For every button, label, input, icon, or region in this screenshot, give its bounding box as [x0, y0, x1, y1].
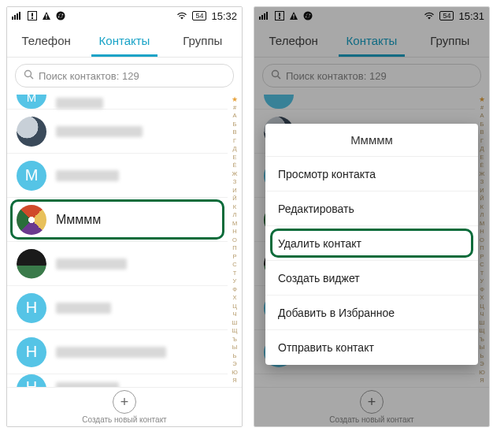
alpha-index-letter[interactable]: Л — [229, 211, 240, 220]
menu-item-label: Создать виджет — [278, 272, 360, 284]
alpha-index-letter[interactable]: Ц — [229, 303, 240, 311]
alpha-index-letter[interactable]: # — [229, 104, 240, 113]
list-item[interactable]: Н — [7, 286, 228, 330]
list-item[interactable]: Н — [7, 374, 228, 387]
phone-screen-right: 54 15:31 Телефон Контакты Группы Поиск к… — [254, 6, 490, 427]
contact-name-blurred — [56, 126, 143, 137]
list-item[interactable]: M — [7, 154, 228, 198]
alpha-index-letter[interactable]: Щ — [229, 327, 240, 336]
alpha-index-letter[interactable]: А — [229, 112, 240, 121]
search-icon — [24, 69, 34, 82]
alpha-index-letter[interactable]: М — [229, 220, 240, 229]
menu-item-label: Просмотр контакта — [278, 168, 376, 180]
avatar: Н — [17, 337, 46, 367]
menu-view-contact[interactable]: Просмотр контакта — [265, 157, 478, 191]
alpha-index-letter[interactable]: Е — [229, 154, 240, 162]
alpha-index-letter[interactable]: Г — [229, 137, 240, 146]
avatar — [17, 117, 46, 147]
svg-rect-0 — [12, 17, 13, 20]
alpha-index-letter[interactable]: Н — [229, 228, 240, 236]
alpha-index-letter[interactable]: З — [229, 178, 240, 187]
menu-item-label: Редактировать — [278, 203, 354, 215]
alpha-index-letter[interactable]: Х — [229, 294, 240, 303]
contact-name-blurred — [56, 303, 111, 314]
alpha-index-letter[interactable]: Ф — [229, 286, 240, 295]
alpha-index-letter[interactable]: В — [229, 128, 240, 137]
svg-rect-7 — [46, 14, 46, 17]
clock-left: 15:32 — [211, 10, 237, 22]
menu-delete-contact[interactable]: Удалить контакт — [265, 226, 478, 261]
wifi-icon — [176, 12, 187, 20]
context-menu: Ммммм Просмотр контакта Редактировать Уд… — [265, 124, 478, 365]
alpha-index[interactable]: ★#АБВГДЕЁЖЗИЙКЛМНОПРСТУФХЦЧШЩЪЫЬЭЮЯ — [229, 95, 240, 384]
alpha-index-letter[interactable]: Ъ — [229, 336, 240, 344]
alpha-index-letter[interactable]: Я — [229, 377, 240, 385]
alpha-index-letter[interactable]: Ж — [229, 170, 240, 179]
menu-create-widget[interactable]: Создать виджет — [265, 261, 478, 296]
alpha-index-letter[interactable]: ★ — [229, 95, 240, 104]
alpha-index-letter[interactable]: Ч — [229, 310, 240, 319]
alpha-index-letter[interactable]: Ш — [229, 319, 240, 328]
menu-item-label: Добавить в Избранное — [278, 307, 395, 319]
phone-screen-left: 54 15:32 Телефон Контакты Группы Поиск к… — [6, 6, 243, 427]
plus-icon: + — [120, 394, 129, 411]
svg-point-10 — [25, 71, 32, 77]
tab-phone[interactable]: Телефон — [7, 24, 85, 57]
warning-icon — [42, 11, 51, 20]
alert-box-icon — [28, 11, 37, 20]
svg-rect-5 — [32, 13, 33, 17]
alpha-index-letter[interactable]: Д — [229, 145, 240, 154]
contact-name-blurred — [56, 170, 119, 181]
menu-send-contact[interactable]: Отправить контакт — [265, 330, 478, 365]
alpha-index-letter[interactable]: Ы — [229, 344, 240, 352]
alpha-index-letter[interactable]: Ь — [229, 352, 240, 361]
contact-name-blurred — [56, 347, 166, 358]
tab-groups[interactable]: Группы — [164, 24, 242, 57]
search-input[interactable]: Поиск контактов: 129 — [15, 64, 234, 87]
avatar-letter: M — [27, 95, 37, 101]
menu-add-favorite[interactable]: Добавить в Избранное — [265, 296, 478, 330]
avatar: Н — [17, 374, 46, 387]
list-item[interactable]: Н — [7, 330, 228, 374]
alpha-index-letter[interactable]: П — [229, 244, 240, 253]
list-item[interactable]: M — [7, 94, 228, 110]
contact-name-blurred — [56, 98, 103, 109]
contact-list[interactable]: M M Ммммм Н — [7, 94, 228, 387]
avatar — [17, 205, 46, 235]
signal-icon — [12, 12, 23, 20]
svg-rect-1 — [14, 15, 16, 20]
alpha-index-letter[interactable]: Э — [229, 360, 240, 369]
alpha-index-letter[interactable]: Б — [229, 121, 240, 129]
svg-line-11 — [31, 76, 34, 80]
alpha-index-letter[interactable]: Ю — [229, 369, 240, 377]
svg-point-9 — [57, 12, 65, 20]
tab-contacts[interactable]: Контакты — [85, 24, 163, 57]
list-item[interactable] — [7, 110, 228, 154]
svg-rect-6 — [32, 17, 33, 19]
avatar: M — [17, 161, 46, 191]
alpha-index-letter[interactable]: Й — [229, 195, 240, 203]
alpha-index-letter[interactable]: Ё — [229, 162, 240, 170]
statusbar: 54 15:32 — [7, 7, 242, 24]
svg-rect-2 — [17, 13, 18, 20]
list-item[interactable] — [7, 242, 228, 286]
avatar-letter: M — [25, 166, 39, 184]
avatar-letter: Н — [26, 299, 37, 317]
menu-edit-contact[interactable]: Редактировать — [265, 191, 478, 226]
alpha-index-letter[interactable]: О — [229, 236, 240, 245]
tab-groups-label: Группы — [183, 34, 222, 47]
alpha-index-letter[interactable]: К — [229, 203, 240, 212]
battery-indicator: 54 — [192, 11, 206, 20]
alpha-index-letter[interactable]: С — [229, 261, 240, 270]
alpha-index-letter[interactable]: Р — [229, 253, 240, 262]
search-placeholder: Поиск контактов: 129 — [39, 70, 139, 82]
list-item-selected[interactable]: Ммммм — [7, 198, 228, 242]
alpha-index-letter[interactable]: Т — [229, 270, 240, 278]
add-contact-button[interactable]: + — [113, 390, 136, 414]
add-contact-label: Создать новый контакт — [82, 415, 166, 424]
menu-item-label: Отправить контакт — [278, 341, 374, 354]
alpha-index-letter[interactable]: И — [229, 187, 240, 195]
svg-rect-8 — [46, 17, 46, 18]
alpha-index-letter[interactable]: У — [229, 277, 240, 286]
context-menu-title: Ммммм — [265, 124, 478, 157]
